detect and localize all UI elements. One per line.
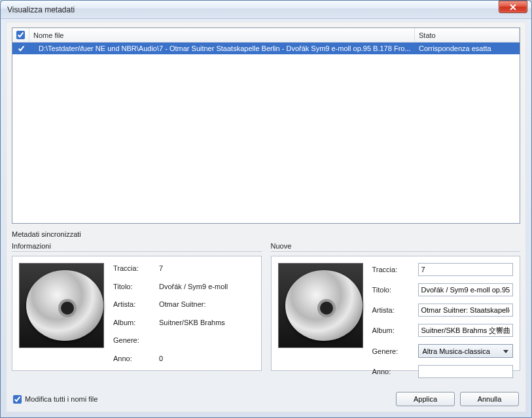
cancel-button[interactable]: Annulla <box>460 392 519 406</box>
row-state: Corrispondenza esatta <box>415 44 520 52</box>
list-body: D:\Testdaten\fuer NE und NBR\Audio\7 - O… <box>12 43 520 223</box>
value-track: 7 <box>159 264 255 272</box>
label-album: Album: <box>113 319 154 326</box>
label-title: Titolo: <box>113 283 154 290</box>
cd-art-icon <box>19 263 104 348</box>
row-filename: D:\Testdaten\fuer NE und NBR\Audio\7 - O… <box>29 44 415 52</box>
modify-all-checkbox[interactable] <box>13 395 22 404</box>
value-album: Suitner/SKB Brahms <box>159 319 255 326</box>
info-panel: Informazioni Traccia: 7 Titolo: Dvořák /… <box>12 242 262 371</box>
info-fields: Traccia: 7 Titolo: Dvořák / Sym9 e-moll … <box>113 263 255 364</box>
label-artist: Artista: <box>113 300 154 308</box>
header-checkbox[interactable] <box>16 31 25 39</box>
label-track: Traccia: <box>372 266 413 273</box>
value-title: Dvořák / Sym9 e-moll <box>159 283 255 290</box>
value-artist: Otmar Suitner: <box>159 300 255 308</box>
input-title[interactable] <box>418 283 514 296</box>
label-artist: Artista: <box>372 306 413 314</box>
footer: Modifica tutti i nomi file Applica Annul… <box>13 392 519 406</box>
window-title: Visualizza metadati <box>7 5 527 14</box>
header-checkbox-cell[interactable] <box>12 28 29 42</box>
close-button[interactable] <box>499 1 527 13</box>
label-year: Anno: <box>372 368 413 375</box>
list-header: Nome file Stato <box>12 28 520 43</box>
new-panel-title: Nuove <box>271 242 521 252</box>
client-area: Nome file Stato D:\Testdaten\fuer NE und… <box>6 22 526 412</box>
sync-label: Metadati sincronizzati <box>12 230 520 238</box>
label-genre: Genere: <box>113 336 154 344</box>
header-state[interactable]: Stato <box>415 28 520 42</box>
dialog-window: Visualizza metadati Nome file Stato <box>0 0 532 418</box>
combo-genre[interactable]: Altra Musica-classica <box>418 344 514 358</box>
table-row[interactable]: D:\Testdaten\fuer NE und NBR\Audio\7 - O… <box>12 43 520 54</box>
info-panel-title: Informazioni <box>12 242 262 252</box>
input-album[interactable] <box>418 324 514 337</box>
close-icon <box>509 4 517 10</box>
input-track[interactable] <box>418 263 514 276</box>
new-panel-body: Traccia: Titolo: Artista: Album: Genere:… <box>271 256 521 371</box>
input-artist[interactable] <box>418 304 514 317</box>
input-year[interactable] <box>418 365 514 378</box>
combo-genre-value: Altra Musica-classica <box>423 347 490 355</box>
row-checkbox-cell[interactable] <box>12 44 29 53</box>
cd-art-icon <box>278 263 363 348</box>
header-name[interactable]: Nome file <box>29 28 415 42</box>
row-checkbox[interactable] <box>17 44 26 53</box>
value-year: 0 <box>159 355 255 362</box>
new-panel: Nuove Traccia: Titolo: Artista: Album: G… <box>271 242 521 371</box>
label-album: Album: <box>372 326 413 334</box>
apply-button[interactable]: Applica <box>396 392 455 406</box>
info-panel-body: Traccia: 7 Titolo: Dvořák / Sym9 e-moll … <box>12 256 262 371</box>
metadata-panels: Informazioni Traccia: 7 Titolo: Dvořák /… <box>12 242 520 371</box>
new-fields: Traccia: Titolo: Artista: Album: Genere:… <box>372 263 514 364</box>
label-year: Anno: <box>113 355 154 362</box>
label-track: Traccia: <box>113 264 154 272</box>
titlebar[interactable]: Visualizza metadati <box>1 1 531 19</box>
label-genre: Genere: <box>372 347 413 355</box>
label-title: Titolo: <box>372 286 413 294</box>
file-list[interactable]: Nome file Stato D:\Testdaten\fuer NE und… <box>12 27 520 224</box>
modify-all-text: Modifica tutti i nomi file <box>25 395 98 403</box>
modify-all-label[interactable]: Modifica tutti i nomi file <box>13 395 98 404</box>
